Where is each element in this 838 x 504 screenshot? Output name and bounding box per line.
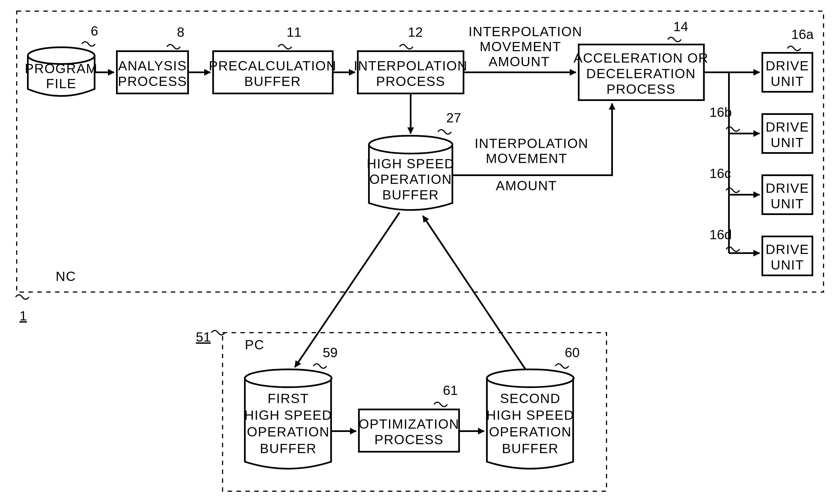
hsbuffer-line2: OPERATION bbox=[369, 172, 452, 187]
analysis-line1: ANALYSIS bbox=[118, 58, 187, 73]
accel-line3: PROCESS bbox=[607, 82, 676, 96]
hsbuffer-line3: BUFFER bbox=[382, 187, 439, 202]
hsbuffer-line1: HIGH SPEED bbox=[367, 156, 454, 171]
secondbuf-line2: HIGH SPEED bbox=[486, 408, 574, 422]
secondbuf-line3: OPERATION bbox=[489, 425, 571, 439]
firstbuf-ref: 59 bbox=[323, 345, 338, 360]
program-file-line1: PROGRAM bbox=[25, 61, 97, 76]
secondbuf-ref: 60 bbox=[565, 345, 580, 360]
svg-point-3 bbox=[487, 370, 574, 387]
ima-side-line3: AMOUNT bbox=[496, 178, 557, 193]
drive-a-ref: 16a bbox=[791, 27, 814, 42]
reference-tick bbox=[787, 46, 801, 51]
secondbuf-line1: SECOND bbox=[500, 391, 560, 406]
arrow-secondbuf-to-hsbuffer bbox=[423, 216, 526, 370]
analysis-line2: PROCESS bbox=[118, 74, 187, 89]
firstbuf-line1: FIRST bbox=[268, 391, 309, 406]
firstbuf-line4: BUFFER bbox=[260, 441, 317, 456]
nc-frame-label: NC bbox=[56, 269, 76, 284]
secondbuf-line4: BUFFER bbox=[502, 441, 559, 456]
drive-a-line1: DRIVE bbox=[766, 58, 809, 73]
drive-c-line2: UNIT bbox=[771, 196, 804, 211]
reference-tick bbox=[438, 130, 451, 134]
pc-frame-label: PC bbox=[245, 337, 265, 352]
pc-frame-ref: 51 bbox=[196, 329, 211, 344]
second-high-speed-buffer-cylinder: SECOND HIGH SPEED OPERATION BUFFER 60 bbox=[486, 345, 580, 469]
ima-top-line3: AMOUNT bbox=[488, 54, 550, 69]
reference-tick bbox=[82, 42, 95, 46]
drive-d-line2: UNIT bbox=[771, 257, 804, 272]
program-file-line2: FILE bbox=[46, 76, 76, 91]
opt-ref: 61 bbox=[443, 383, 458, 398]
precalc-line1: PRECALCULATION bbox=[209, 58, 336, 73]
drive-b-line1: DRIVE bbox=[766, 120, 809, 134]
first-high-speed-buffer-cylinder: FIRST HIGH SPEED OPERATION BUFFER 59 bbox=[244, 345, 338, 469]
program-file-cylinder: PROGRAM FILE 6 bbox=[25, 24, 98, 96]
reference-tick bbox=[278, 44, 291, 49]
ima-side-line1: INTERPOLATION bbox=[475, 136, 588, 151]
precalc-ref: 11 bbox=[287, 25, 301, 39]
reference-tick bbox=[167, 44, 180, 49]
program-file-ref: 6 bbox=[91, 24, 98, 38]
drive-d-line1: DRIVE bbox=[766, 242, 809, 257]
drive-a-line2: UNIT bbox=[771, 74, 804, 89]
reference-tick bbox=[399, 44, 413, 49]
precalc-line2: BUFFER bbox=[244, 74, 301, 89]
firstbuf-line3: OPERATION bbox=[247, 425, 329, 439]
ima-side-line2: MOVEMENT bbox=[486, 151, 567, 166]
analysis-ref: 8 bbox=[177, 25, 184, 39]
drive-b-ref: 16b bbox=[710, 105, 732, 120]
accel-line2: DECELERATION bbox=[586, 66, 696, 81]
ima-top-line2: MOVEMENT bbox=[480, 39, 561, 54]
hsbuffer-ref: 27 bbox=[446, 110, 461, 125]
reference-tick bbox=[668, 37, 681, 42]
interp-line2: PROCESS bbox=[376, 74, 445, 89]
interp-ref: 12 bbox=[408, 25, 423, 39]
high-speed-operation-buffer-cylinder: HIGH SPEED OPERATION BUFFER 27 bbox=[367, 110, 461, 210]
firstbuf-line2: HIGH SPEED bbox=[244, 408, 332, 422]
accel-line1: ACCELERATION OR bbox=[573, 51, 708, 65]
ima-top-line1: INTERPOLATION bbox=[468, 24, 582, 39]
reference-tick bbox=[16, 295, 29, 299]
opt-line2: PROCESS bbox=[374, 432, 444, 447]
svg-point-2 bbox=[245, 370, 332, 387]
drive-b-line2: UNIT bbox=[771, 135, 804, 150]
drive-c-line1: DRIVE bbox=[766, 181, 809, 196]
arrow-hsbuffer-to-firstbuf bbox=[295, 213, 399, 367]
interp-line1: INTERPOLATION bbox=[354, 58, 467, 73]
drive-d-ref: 16d bbox=[710, 227, 732, 242]
accel-ref: 14 bbox=[673, 19, 688, 34]
drive-c-ref: 16c bbox=[710, 166, 731, 181]
reference-tick bbox=[313, 364, 327, 368]
svg-point-1 bbox=[369, 136, 452, 154]
reference-tick bbox=[434, 402, 447, 407]
opt-line1: OPTIMIZATION bbox=[359, 417, 459, 431]
reference-tick bbox=[555, 364, 569, 368]
nc-frame-ref: 1 bbox=[19, 308, 27, 323]
